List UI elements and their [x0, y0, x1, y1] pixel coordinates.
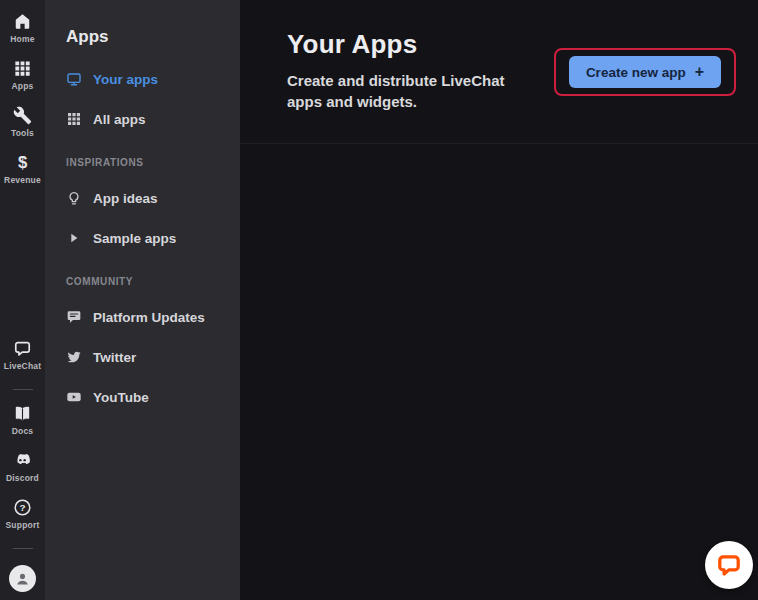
- rail-item-home[interactable]: Home: [0, 12, 45, 44]
- sidebar-item-your-apps[interactable]: Your apps: [66, 71, 228, 87]
- main-header: Your Apps Create and distribute LiveChat…: [240, 0, 758, 144]
- rail-bottom-group: LiveChat Docs Discord ? Support: [0, 339, 45, 592]
- livechat-widget-button[interactable]: [705, 541, 753, 589]
- livechat-widget-icon: [716, 552, 742, 578]
- lightbulb-icon: [66, 190, 82, 206]
- rail-item-tools[interactable]: Tools: [0, 106, 45, 138]
- sidebar-item-platform-updates[interactable]: Platform Updates: [66, 309, 228, 325]
- svg-text:$: $: [18, 153, 27, 172]
- home-icon: [13, 12, 32, 31]
- user-avatar[interactable]: [9, 565, 36, 592]
- rail-item-label: LiveChat: [4, 361, 42, 371]
- apps-grid-icon: [13, 59, 32, 78]
- rail-item-label: Support: [6, 520, 40, 530]
- twitter-icon: [66, 349, 82, 365]
- question-circle-icon: ?: [13, 498, 32, 517]
- rail-divider: [13, 548, 33, 549]
- rail-item-docs[interactable]: Docs: [0, 404, 45, 436]
- rail-item-revenue[interactable]: $ Revenue: [0, 153, 45, 185]
- updates-bubble-icon: [66, 309, 82, 325]
- sidebar-item-label: Your apps: [93, 72, 158, 87]
- sidebar-item-label: Platform Updates: [93, 310, 205, 325]
- sidebar-item-label: YouTube: [93, 390, 149, 405]
- person-icon: [14, 570, 31, 587]
- rail-item-label: Tools: [11, 128, 34, 138]
- svg-text:?: ?: [19, 502, 25, 513]
- sidebar-item-label: Twitter: [93, 350, 136, 365]
- sidebar-title: Apps: [66, 27, 228, 47]
- sidebar-item-sample-apps[interactable]: Sample apps: [66, 230, 228, 246]
- sidebar-item-twitter[interactable]: Twitter: [66, 349, 228, 365]
- rail-item-apps[interactable]: Apps: [0, 59, 45, 91]
- apps-sidebar: Apps Your apps All apps INSPIRATIONS App…: [45, 0, 240, 600]
- rail-item-label: Apps: [11, 81, 33, 91]
- grid-icon: [66, 111, 82, 127]
- sidebar-item-all-apps[interactable]: All apps: [66, 111, 228, 127]
- youtube-icon: [66, 389, 82, 405]
- create-new-app-label: Create new app: [586, 65, 686, 80]
- rail-item-label: Revenue: [4, 175, 41, 185]
- sidebar-item-label: All apps: [93, 112, 146, 127]
- apps-list-empty-area: [240, 144, 758, 600]
- sidebar-item-label: App ideas: [93, 191, 158, 206]
- icon-rail: Home Apps Tools $ Revenue LiveChat Docs: [0, 0, 45, 600]
- sidebar-item-youtube[interactable]: YouTube: [66, 389, 228, 405]
- rail-item-label: Discord: [6, 473, 39, 483]
- rail-item-livechat[interactable]: LiveChat: [0, 339, 45, 371]
- sidebar-item-label: Sample apps: [93, 231, 176, 246]
- sidebar-item-app-ideas[interactable]: App ideas: [66, 190, 228, 206]
- livechat-developer-console: Home Apps Tools $ Revenue LiveChat Docs: [0, 0, 758, 600]
- rail-item-label: Home: [10, 34, 34, 44]
- sidebar-section-community: COMMUNITY: [66, 276, 228, 287]
- triangle-expander-icon: [66, 230, 82, 246]
- plus-icon: +: [695, 64, 704, 80]
- page-subtitle: Create and distribute LiveChat apps and …: [287, 71, 527, 112]
- annotation-highlight-box: Create new app +: [554, 48, 736, 96]
- rail-item-discord[interactable]: Discord: [0, 451, 45, 483]
- book-icon: [13, 404, 32, 423]
- rail-item-support[interactable]: ? Support: [0, 498, 45, 530]
- rail-item-label: Docs: [12, 426, 34, 436]
- sidebar-section-inspirations: INSPIRATIONS: [66, 157, 228, 168]
- main-content: Your Apps Create and distribute LiveChat…: [240, 0, 758, 600]
- create-new-app-button[interactable]: Create new app +: [569, 56, 721, 88]
- rail-divider: [13, 389, 33, 390]
- monitor-icon: [66, 71, 82, 87]
- dollar-icon: $: [13, 153, 32, 172]
- discord-icon: [13, 451, 32, 470]
- wrench-icon: [13, 106, 32, 125]
- livechat-bubble-icon: [13, 339, 32, 358]
